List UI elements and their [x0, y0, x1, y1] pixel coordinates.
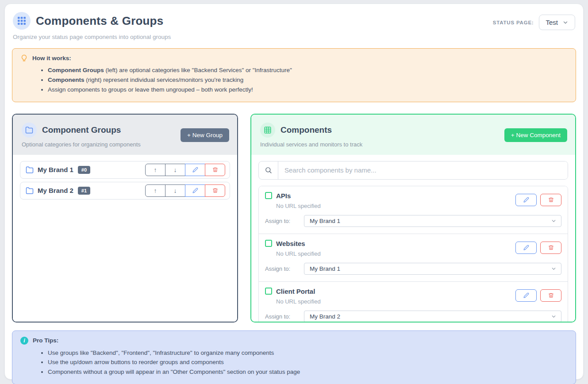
- how-it-works-callout: How it works: Component Groups (left) ar…: [12, 48, 576, 102]
- folder-icon: [26, 187, 34, 195]
- components-list: APIs No URL specified Assign: [258, 186, 568, 323]
- folder-icon: [22, 123, 37, 138]
- pro-tip-bullet: Use the up/down arrow buttons to reorder…: [48, 357, 568, 367]
- how-it-works-title: How it works:: [32, 55, 71, 61]
- group-row: My Brand 1 #0 ↑ ↓: [20, 161, 230, 179]
- info-icon: i: [20, 337, 28, 345]
- pencil-icon: [523, 197, 529, 203]
- trash-icon: [212, 188, 218, 193]
- move-down-button[interactable]: ↓: [165, 184, 185, 197]
- components-panel-body: APIs No URL specified Assign: [251, 155, 575, 323]
- delete-component-button[interactable]: [540, 194, 561, 206]
- arrow-up-icon: ↑: [154, 187, 157, 194]
- component-checkbox[interactable]: [265, 192, 272, 199]
- move-up-button[interactable]: ↑: [145, 164, 165, 176]
- group-actions: ↑ ↓: [145, 164, 225, 176]
- lightbulb-icon: [20, 54, 28, 62]
- component-groups-panel: Component Groups Optional categories for…: [12, 114, 238, 323]
- status-page-picker: STATUS PAGE: Test: [493, 15, 575, 30]
- assign-group-select[interactable]: My Brand 2: [304, 311, 561, 323]
- search-input[interactable]: [278, 161, 568, 179]
- group-name: My Brand 1: [38, 166, 73, 173]
- component-url-text: No URL specified: [276, 298, 321, 305]
- status-page-label: STATUS PAGE:: [493, 20, 534, 25]
- pencil-icon: [523, 245, 529, 250]
- assign-to-label: Assign to:: [265, 313, 304, 320]
- component-card: Client Portal No URL specified: [259, 281, 568, 323]
- assign-to-label: Assign to:: [265, 265, 304, 272]
- pencil-icon: [192, 188, 198, 193]
- components-panel: Components Individual services and monit…: [250, 114, 576, 323]
- how-it-works-bullet: Assign components to groups or leave the…: [48, 85, 568, 95]
- component-name: APIs: [276, 192, 291, 200]
- delete-component-button[interactable]: [540, 242, 561, 254]
- delete-group-button[interactable]: [205, 164, 225, 176]
- chevron-down-icon: [551, 218, 557, 224]
- folder-icon: [26, 166, 34, 174]
- page-subtitle: Organize your status page components int…: [13, 34, 171, 40]
- group-row: My Brand 2 #1 ↑ ↓: [20, 182, 230, 200]
- components-panel-subtitle: Individual services and monitors to trac…: [260, 141, 362, 148]
- move-up-button[interactable]: ↑: [145, 184, 165, 197]
- arrow-down-icon: ↓: [174, 166, 177, 173]
- search-icon: [259, 161, 278, 179]
- component-checkbox[interactable]: [265, 288, 272, 295]
- trash-icon: [548, 197, 554, 203]
- groups-panel-body: My Brand 1 #0 ↑ ↓ My Brand 2: [13, 155, 237, 322]
- edit-component-button[interactable]: [515, 242, 537, 254]
- new-group-button[interactable]: + New Group: [181, 128, 229, 142]
- pro-tips-list: Use groups like "Backend", "Frontend", "…: [20, 348, 568, 377]
- components-panel-title: Components: [281, 125, 332, 135]
- table-grid-icon: [260, 123, 275, 138]
- groups-panel-header: Component Groups Optional categories for…: [13, 115, 237, 155]
- groups-panel-title: Component Groups: [42, 125, 121, 135]
- pencil-icon: [523, 292, 529, 298]
- delete-group-button[interactable]: [205, 184, 225, 197]
- groups-panel-subtitle: Optional categories for organizing compo…: [22, 141, 141, 148]
- chevron-down-icon: [562, 19, 569, 26]
- trash-icon: [548, 245, 554, 250]
- pro-tip-bullet: Use groups like "Backend", "Frontend", "…: [48, 348, 568, 358]
- page-title: Components & Groups: [36, 14, 163, 28]
- assigned-group-value: My Brand 1: [310, 265, 340, 272]
- chevron-down-icon: [551, 314, 557, 319]
- trash-icon: [548, 292, 554, 298]
- component-name: Client Portal: [276, 288, 315, 295]
- status-page-select[interactable]: Test: [539, 15, 575, 30]
- edit-component-button[interactable]: [515, 194, 537, 206]
- component-url-text: No URL specified: [276, 250, 321, 257]
- pro-tips-callout: i Pro Tips: Use groups like "Backend", "…: [12, 330, 576, 384]
- group-order-badge: #1: [78, 187, 90, 195]
- delete-component-button[interactable]: [540, 289, 561, 302]
- how-it-works-bullet: Component Groups (left) are optional cat…: [48, 65, 568, 75]
- pencil-icon: [192, 167, 198, 173]
- edit-group-button[interactable]: [185, 164, 205, 176]
- arrow-down-icon: ↓: [174, 187, 177, 194]
- edit-component-button[interactable]: [515, 289, 537, 302]
- new-component-button[interactable]: + New Component: [504, 128, 567, 142]
- assigned-group-value: My Brand 1: [310, 218, 340, 224]
- edit-group-button[interactable]: [185, 184, 205, 197]
- group-name: My Brand 2: [38, 187, 73, 194]
- component-actions: [515, 289, 561, 302]
- trash-icon: [212, 167, 218, 173]
- chevron-down-icon: [551, 266, 557, 272]
- arrow-up-icon: ↑: [154, 166, 157, 173]
- group-order-badge: #0: [78, 166, 90, 174]
- panels-row: Component Groups Optional categories for…: [12, 114, 576, 323]
- move-down-button[interactable]: ↓: [165, 164, 185, 176]
- page-header-left: Components & Groups Organize your status…: [13, 12, 171, 40]
- component-checkbox[interactable]: [265, 240, 272, 247]
- how-it-works-bullet: Components (right) represent individual …: [48, 75, 568, 85]
- component-name: Websites: [276, 240, 305, 247]
- how-it-works-list: Component Groups (left) are optional cat…: [20, 65, 568, 95]
- assign-group-select[interactable]: My Brand 1: [304, 215, 561, 227]
- components-panel-header: Components Individual services and monit…: [251, 115, 575, 155]
- pro-tips-title: Pro Tips:: [33, 337, 58, 344]
- assign-group-select[interactable]: My Brand 1: [304, 263, 561, 275]
- component-card: Websites No URL specified As: [259, 234, 568, 281]
- page-header: Components & Groups Organize your status…: [12, 11, 576, 40]
- component-card: APIs No URL specified Assign: [259, 186, 568, 234]
- main-card: Components & Groups Organize your status…: [4, 4, 584, 380]
- component-url-text: No URL specified: [276, 203, 321, 209]
